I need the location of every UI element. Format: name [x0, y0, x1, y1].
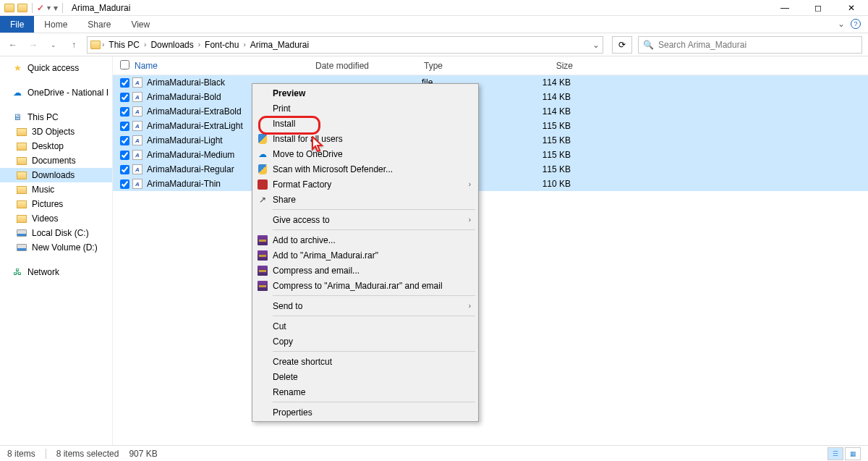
- status-item-count: 8 items: [7, 449, 35, 459]
- context-menu: PreviewPrintInstallInstall for all users…: [252, 83, 479, 422]
- menu-item[interactable]: Compress to "Arima_Madurai.rar" and emai…: [254, 278, 477, 293]
- sidebar-item[interactable]: Downloads: [0, 168, 112, 182]
- view-icons-button[interactable]: ▦: [845, 447, 861, 460]
- menu-item[interactable]: Copy: [254, 334, 477, 349]
- file-row[interactable]: AArimaMadurai-Thinfile110 KB: [113, 177, 868, 191]
- sidebar-onedrive[interactable]: ☁ OneDrive - National I: [0, 85, 112, 100]
- view-details-button[interactable]: ☰: [827, 447, 843, 460]
- file-row[interactable]: AArimaMadurai-Mediumfile115 KB: [113, 148, 868, 162]
- refresh-button[interactable]: ⟳: [612, 36, 632, 54]
- sidebar-item[interactable]: Videos: [0, 211, 112, 226]
- nav-back-button[interactable]: ←: [6, 38, 20, 52]
- row-checkbox[interactable]: [120, 107, 129, 117]
- menu-item[interactable]: Install: [254, 116, 477, 131]
- menu-item[interactable]: Format Factory›: [254, 177, 477, 192]
- help-icon[interactable]: ?: [851, 19, 861, 29]
- menu-item[interactable]: Create shortcut: [254, 354, 477, 369]
- menu-item[interactable]: ↗Share: [254, 192, 477, 207]
- row-checkbox[interactable]: [120, 122, 129, 131]
- address-dropdown-icon[interactable]: ⌄: [592, 40, 600, 50]
- nav-up-button[interactable]: ↑: [67, 38, 81, 52]
- row-checkbox[interactable]: [120, 93, 129, 102]
- ribbon-tab-view[interactable]: View: [121, 16, 160, 33]
- file-row[interactable]: AArimaMadurai-Regularfile115 KB: [113, 162, 868, 177]
- file-row[interactable]: AArimaMadurai-Lightfile115 KB: [113, 133, 868, 148]
- file-row[interactable]: AArimaMadurai-ExtraLightfile115 KB: [113, 119, 868, 133]
- close-button[interactable]: ✕: [835, 0, 868, 16]
- menu-item[interactable]: Scan with Microsoft Defender...: [254, 161, 477, 177]
- crumb-sep[interactable]: ›: [102, 41, 104, 48]
- file-row[interactable]: AArimaMadurai-ExtraBoldfile114 KB: [113, 104, 868, 119]
- menu-item[interactable]: Preview: [254, 85, 477, 101]
- sidebar-item[interactable]: Music: [0, 182, 112, 197]
- crumb-fontchu[interactable]: Font-chu: [202, 40, 242, 50]
- folder-icon: [16, 170, 27, 180]
- minimize-button[interactable]: —: [768, 0, 801, 16]
- nav-forward-button[interactable]: →: [26, 38, 41, 52]
- sidebar-item[interactable]: New Volume (D:): [0, 240, 112, 255]
- menu-item-label: Move to OneDrive: [273, 149, 343, 159]
- col-name[interactable]: Name: [133, 61, 315, 71]
- file-row[interactable]: AArimaMadurai-Boldfile114 KB: [113, 90, 868, 104]
- sidebar-item[interactable]: Pictures: [0, 197, 112, 211]
- row-checkbox[interactable]: [120, 78, 129, 88]
- shield-icon: [257, 133, 268, 145]
- menu-item[interactable]: Properties: [254, 405, 477, 420]
- menu-item-label: Rename: [273, 387, 305, 397]
- search-input[interactable]: 🔍 Search Arima_Madurai: [638, 36, 862, 54]
- row-checkbox[interactable]: [120, 179, 129, 189]
- sidebar-item[interactable]: 3D Objects: [0, 124, 112, 139]
- col-size[interactable]: Size: [518, 61, 573, 71]
- address-bar[interactable]: › This PC › Downloads › Font-chu › Arima…: [87, 36, 603, 54]
- menu-item[interactable]: Install for all users: [254, 131, 477, 146]
- select-all-checkbox[interactable]: [120, 60, 129, 69]
- menu-item[interactable]: Print: [254, 101, 477, 116]
- font-file-icon: A: [132, 77, 142, 88]
- ribbon-file-tab[interactable]: File: [0, 16, 34, 33]
- sidebar-this-pc[interactable]: 🖥 This PC: [0, 110, 112, 124]
- menu-item[interactable]: Give access to›: [254, 212, 477, 227]
- menu-item-label: Give access to: [273, 215, 330, 225]
- crumb-sep[interactable]: ›: [144, 41, 146, 48]
- sidebar-quick-access[interactable]: ★ Quick access: [0, 61, 112, 75]
- menu-item[interactable]: Send to›: [254, 298, 477, 313]
- menu-item[interactable]: ☁Move to OneDrive: [254, 146, 477, 161]
- sidebar-item[interactable]: Desktop: [0, 139, 112, 153]
- file-row[interactable]: AArimaMadurai-Blackfile114 KB: [113, 75, 868, 90]
- menu-item-label: Copy: [273, 337, 293, 347]
- maximize-button[interactable]: ◻: [801, 0, 835, 16]
- ribbon-tab-home[interactable]: Home: [34, 16, 77, 33]
- qa-dropdown-icon[interactable]: ▾: [47, 4, 51, 12]
- crumb-arima[interactable]: Arima_Madurai: [247, 40, 312, 50]
- row-checkbox[interactable]: [120, 165, 129, 174]
- sidebar-item[interactable]: Documents: [0, 153, 112, 168]
- menu-item[interactable]: Delete: [254, 369, 477, 384]
- file-size: 115 KB: [516, 164, 571, 174]
- ribbon-tab-share[interactable]: Share: [77, 16, 121, 33]
- col-date[interactable]: Date modified: [315, 61, 424, 71]
- file-list: Name Date modified Type Size AArimaMadur…: [113, 56, 868, 445]
- menu-item-label: Share: [273, 195, 296, 205]
- ribbon: File Home Share View ⌄ ?: [0, 16, 868, 33]
- crumb-downloads[interactable]: Downloads: [148, 40, 196, 50]
- menu-item[interactable]: Compress and email...: [254, 263, 477, 278]
- sidebar-network[interactable]: 🖧 Network: [0, 265, 112, 279]
- crumb-sep[interactable]: ›: [198, 41, 200, 48]
- qa-overflow[interactable]: ▾: [54, 3, 58, 13]
- qa-folder-icon[interactable]: [17, 4, 27, 12]
- pc-icon: 🖥: [12, 112, 23, 122]
- menu-item[interactable]: Rename: [254, 384, 477, 399]
- crumb-sep[interactable]: ›: [243, 41, 245, 48]
- row-checkbox[interactable]: [120, 136, 129, 145]
- menu-item[interactable]: Cut: [254, 318, 477, 334]
- nav-recent-dropdown[interactable]: ⌄: [46, 38, 61, 52]
- qa-check-icon[interactable]: ✓: [37, 3, 44, 13]
- crumb-thispc[interactable]: This PC: [106, 40, 142, 50]
- app-icon: [4, 4, 14, 12]
- col-type[interactable]: Type: [424, 61, 518, 71]
- menu-item[interactable]: Add to "Arima_Madurai.rar": [254, 248, 477, 263]
- menu-item[interactable]: Add to archive...: [254, 232, 477, 248]
- row-checkbox[interactable]: [120, 151, 129, 160]
- ribbon-expand-icon[interactable]: ⌄: [838, 19, 845, 29]
- sidebar-item[interactable]: Local Disk (C:): [0, 226, 112, 240]
